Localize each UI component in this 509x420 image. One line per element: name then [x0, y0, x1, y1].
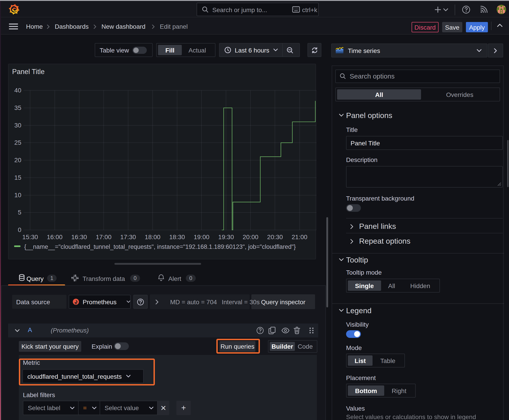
svg-text:19:00: 19:00 — [194, 233, 209, 240]
svg-text:25: 25 — [14, 139, 21, 146]
svg-text:20:00: 20:00 — [243, 233, 258, 240]
svg-text:18:30: 18:30 — [169, 233, 185, 240]
svg-text:0: 0 — [18, 226, 21, 233]
svg-text:35: 35 — [14, 104, 21, 111]
svg-text:17:30: 17:30 — [120, 233, 136, 240]
svg-text:18:00: 18:00 — [145, 233, 160, 240]
svg-text:{__name__="cloudflared_tunnel_: {__name__="cloudflared_tunnel_total_requ… — [24, 243, 296, 250]
svg-text:15:30: 15:30 — [22, 233, 38, 240]
svg-text:15: 15 — [14, 174, 21, 181]
svg-text:20: 20 — [14, 157, 21, 164]
svg-text:19:30: 19:30 — [218, 233, 234, 240]
svg-text:5: 5 — [18, 209, 21, 216]
svg-text:21:00: 21:00 — [291, 233, 307, 240]
svg-text:30: 30 — [14, 122, 21, 129]
svg-text:17:00: 17:00 — [96, 233, 112, 240]
svg-text:16:00: 16:00 — [47, 233, 62, 240]
svg-text:10: 10 — [14, 192, 21, 199]
svg-text:40: 40 — [14, 87, 21, 94]
svg-text:20:30: 20:30 — [267, 233, 283, 240]
svg-text:16:30: 16:30 — [71, 233, 87, 240]
